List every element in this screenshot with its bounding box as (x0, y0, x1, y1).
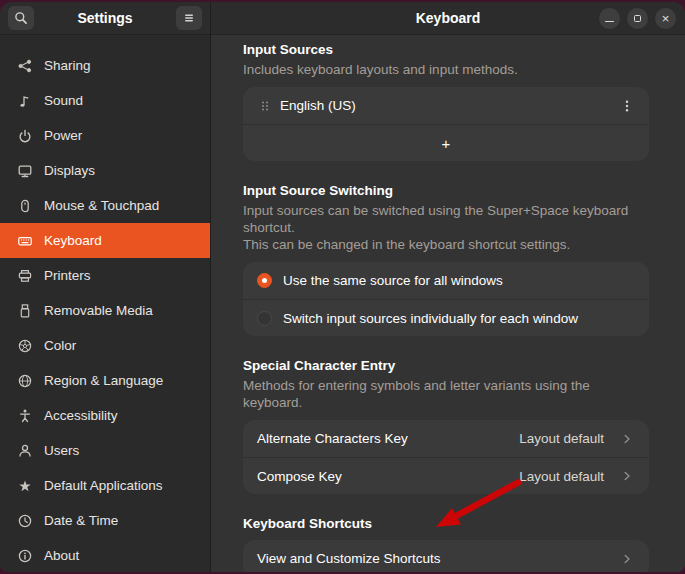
input-source-row[interactable]: English (US) (243, 87, 649, 124)
about-icon (17, 548, 33, 564)
hamburger-menu-icon (181, 10, 197, 26)
sidebar-item-label: Mouse & Touchpad (44, 198, 159, 213)
chevron-right-icon (619, 431, 635, 447)
radio-option-label: Use the same source for all windows (283, 273, 635, 288)
input-source-switching-heading: Input Source Switching (243, 183, 649, 198)
chevron-right-icon (619, 551, 635, 567)
default-applications-icon (17, 478, 33, 494)
keyboard-settings-panel: Input Sources Includes keyboard layouts … (211, 35, 685, 572)
color-icon (17, 338, 33, 354)
row-label: Compose Key (257, 469, 508, 484)
sidebar-item-label: Power (44, 128, 82, 143)
plus-icon: + (442, 135, 451, 152)
special-character-entry-card: Alternate Characters Key Layout default … (243, 420, 649, 494)
view-customize-shortcuts-row[interactable]: View and Customize Shortcuts (243, 540, 649, 572)
close-button[interactable]: × (655, 8, 676, 29)
minimize-button[interactable] (599, 8, 620, 29)
input-source-switching-card: Use the same source for all windows Swit… (243, 262, 649, 336)
sidebar-item-label: Accessibility (44, 408, 118, 423)
sharing-icon (17, 58, 33, 74)
sidebar-item-keyboard[interactable]: Keyboard (0, 223, 210, 258)
keyboard-shortcuts-card: View and Customize Shortcuts (243, 540, 649, 572)
radio-option-label: Switch input sources individually for ea… (283, 311, 635, 326)
sidebar-item-label: Users (44, 443, 79, 458)
sidebar-item-label: Color (44, 338, 76, 353)
main-headerbar: Keyboard × (211, 2, 685, 35)
chevron-right-icon (619, 468, 635, 484)
sidebar-item-label: Date & Time (44, 513, 118, 528)
sidebar-item-label: Displays (44, 163, 95, 178)
row-value: Layout default (519, 469, 604, 484)
printers-icon (17, 268, 33, 284)
primary-menu-button[interactable] (176, 6, 202, 30)
power-icon (17, 128, 33, 144)
sidebar: Sharing Sound Power Displays Mouse & Tou… (0, 35, 210, 572)
compose-key-row[interactable]: Compose Key Layout default (243, 457, 649, 494)
row-label: View and Customize Shortcuts (257, 551, 608, 566)
input-source-switching-description-2: This can be changed in the keyboard shor… (243, 236, 649, 253)
alternate-characters-key-row[interactable]: Alternate Characters Key Layout default (243, 420, 649, 457)
sidebar-item-date-time[interactable]: Date & Time (0, 503, 210, 538)
add-input-source-button[interactable]: + (243, 124, 649, 161)
mouse-touchpad-icon (17, 198, 33, 214)
row-label: Alternate Characters Key (257, 431, 508, 446)
sidebar-item-printers[interactable]: Printers (0, 258, 210, 293)
search-button[interactable] (8, 6, 34, 30)
radio-row-individual-source[interactable]: Switch input sources individually for ea… (243, 299, 649, 336)
close-icon: × (662, 11, 670, 24)
sidebar-headerbar: Settings (0, 2, 210, 35)
search-icon (13, 10, 29, 26)
maximize-button[interactable] (627, 8, 648, 29)
sidebar-item-mouse-touchpad[interactable]: Mouse & Touchpad (0, 188, 210, 223)
sidebar-item-about[interactable]: About (0, 538, 210, 572)
input-sources-heading: Input Sources (243, 42, 649, 57)
radio-unselected-icon[interactable] (257, 311, 272, 326)
special-character-entry-description: Methods for entering symbols and letter … (243, 377, 649, 411)
sidebar-item-power[interactable]: Power (0, 118, 210, 153)
sidebar-item-color[interactable]: Color (0, 328, 210, 363)
sidebar-item-accessibility[interactable]: Accessibility (0, 398, 210, 433)
region-language-icon (17, 373, 33, 389)
sidebar-item-removable-media[interactable]: Removable Media (0, 293, 210, 328)
sidebar-item-label: Default Applications (44, 478, 163, 493)
sidebar-item-sound[interactable]: Sound (0, 83, 210, 118)
radio-row-same-source[interactable]: Use the same source for all windows (243, 262, 649, 299)
date-time-icon (17, 513, 33, 529)
displays-icon (17, 163, 33, 179)
sidebar-item-sharing[interactable]: Sharing (0, 48, 210, 83)
sidebar-item-users[interactable]: Users (0, 433, 210, 468)
minimize-icon (605, 21, 614, 23)
sound-icon (17, 93, 33, 109)
sidebar-item-region-language[interactable]: Region & Language (0, 363, 210, 398)
kebab-menu-icon[interactable] (619, 98, 635, 114)
accessibility-icon (17, 408, 33, 424)
sidebar-item-displays[interactable]: Displays (0, 153, 210, 188)
input-sources-card: English (US) + (243, 87, 649, 161)
sidebar-item-label: Region & Language (44, 373, 163, 388)
sidebar-item-default-applications[interactable]: Default Applications (0, 468, 210, 503)
input-source-label: English (US) (280, 98, 608, 113)
sidebar-item-label: Sharing (44, 58, 91, 73)
settings-window: Settings Keyboard × Sharing Sound Power (0, 2, 685, 572)
removable-media-icon (17, 303, 33, 319)
input-sources-description: Includes keyboard layouts and input meth… (243, 61, 649, 78)
maximize-icon (634, 15, 641, 22)
row-value: Layout default (519, 431, 604, 446)
input-source-switching-description-1: Input sources can be switched using the … (243, 202, 649, 236)
users-icon (17, 443, 33, 459)
sidebar-item-label: Printers (44, 268, 91, 283)
sidebar-item-label: Removable Media (44, 303, 153, 318)
sidebar-item-label: About (44, 548, 79, 563)
keyboard-icon (17, 233, 33, 249)
special-character-entry-heading: Special Character Entry (243, 358, 649, 373)
drag-handle-icon[interactable] (257, 98, 269, 114)
keyboard-shortcuts-heading: Keyboard Shortcuts (243, 516, 649, 531)
sidebar-item-label: Keyboard (44, 233, 102, 248)
sidebar-item-label: Sound (44, 93, 83, 108)
radio-selected-icon[interactable] (257, 273, 272, 288)
